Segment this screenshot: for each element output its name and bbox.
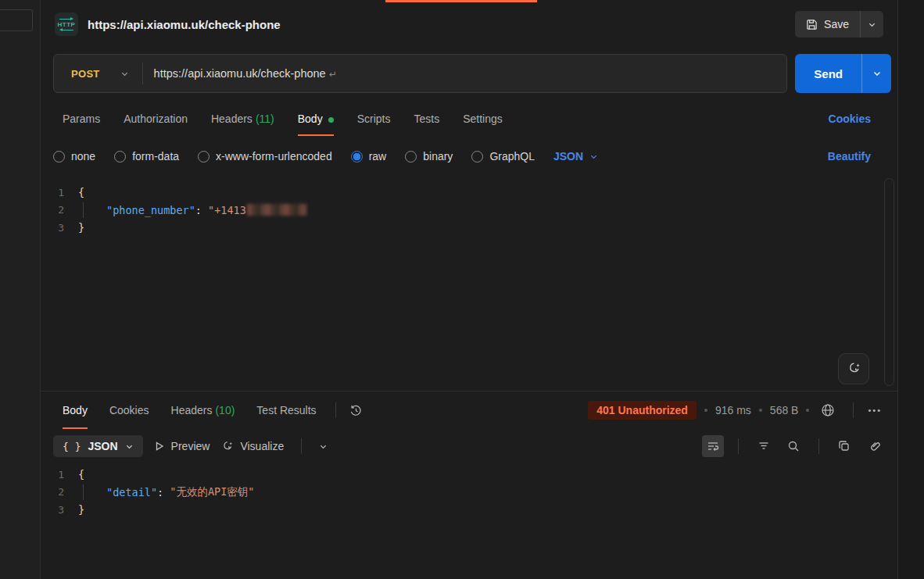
tab-label: Authorization xyxy=(124,113,188,125)
save-button-group: Save xyxy=(795,11,883,38)
filter-icon xyxy=(757,440,770,452)
response-size[interactable]: 568 B xyxy=(770,404,799,416)
radio-urlencoded[interactable]: x-www-form-urlencoded xyxy=(198,150,332,163)
request-url-box: POST https://api.xiaomu.uk/check-phone↵ xyxy=(53,54,787,93)
tab-tests[interactable]: Tests xyxy=(404,105,449,133)
separator-dot xyxy=(806,409,809,412)
copy-icon xyxy=(838,440,851,452)
visualize-label: Visualize xyxy=(240,440,284,452)
body-mode-row: none form-data x-www-form-urlencoded raw… xyxy=(41,139,897,173)
search-icon xyxy=(787,440,800,452)
radio-binary[interactable]: binary xyxy=(405,150,453,163)
cookies-link[interactable]: Cookies xyxy=(829,113,885,125)
radio-raw[interactable]: raw xyxy=(351,150,387,163)
code-text: { xyxy=(78,468,84,481)
radio-label: raw xyxy=(369,150,387,163)
headers-count: (10) xyxy=(215,404,235,416)
chevron-down-icon xyxy=(589,152,598,161)
response-meta: 401 Unauthorized 916 ms 568 B ••• xyxy=(588,399,885,421)
chevron-down-icon xyxy=(872,69,882,78)
return-glyph: ↵ xyxy=(329,69,337,80)
radio-label: none xyxy=(71,150,95,163)
tab-label: Test Results xyxy=(256,404,316,416)
response-tab-body[interactable]: Body xyxy=(53,395,97,426)
code-text: { xyxy=(78,186,84,198)
save-options-caret[interactable] xyxy=(860,11,883,38)
line-number: 3 xyxy=(41,504,78,516)
tab-label: Body xyxy=(298,113,323,125)
json-key: "phone_number" xyxy=(106,204,195,216)
search-button[interactable] xyxy=(783,435,804,457)
tab-settings[interactable]: Settings xyxy=(453,105,512,133)
sidebar-partial-tab[interactable] xyxy=(0,9,33,31)
response-toolbar: { } JSON Preview Visualize xyxy=(41,429,897,463)
send-button[interactable]: Send xyxy=(795,54,861,93)
filter-button[interactable] xyxy=(753,435,775,457)
radio-icon xyxy=(114,151,126,163)
body-content-dot xyxy=(328,117,334,123)
more-options-button[interactable]: ••• xyxy=(868,406,882,415)
left-sidebar-rail xyxy=(0,0,41,579)
tab-label: Params xyxy=(63,113,100,125)
request-url-row: POST https://api.xiaomu.uk/check-phone↵ … xyxy=(41,48,897,98)
indent-guide xyxy=(83,202,106,218)
copy-button[interactable] xyxy=(833,435,855,457)
visualize-button[interactable]: Visualize xyxy=(220,440,284,453)
arrow-left-icon xyxy=(59,28,73,32)
chevron-down-icon[interactable] xyxy=(319,442,328,451)
link-button[interactable] xyxy=(863,435,885,457)
response-tab-headers[interactable]: Headers(10) xyxy=(162,395,245,426)
network-info-button[interactable] xyxy=(817,399,839,421)
divider xyxy=(738,438,739,454)
globe-icon xyxy=(821,403,835,417)
line-number: 3 xyxy=(41,222,78,234)
radio-graphql[interactable]: GraphQL xyxy=(471,150,535,163)
json-key: "detail" xyxy=(106,486,157,499)
tab-authorization[interactable]: Authorization xyxy=(114,105,197,133)
main-panel: HTTP https://api.xiaomu.uk/check-phone S… xyxy=(41,0,897,579)
tab-label: Headers xyxy=(211,113,252,125)
tab-scripts[interactable]: Scripts xyxy=(348,105,400,133)
method-selector[interactable]: POST xyxy=(54,68,142,80)
radio-icon xyxy=(471,151,483,163)
response-format-selector[interactable]: { } JSON xyxy=(53,435,143,457)
request-body-editor[interactable]: 1{ 2"phone_number": "+1413 3} xyxy=(41,173,897,391)
code-line: 3} xyxy=(41,501,897,519)
active-tab-indicator xyxy=(385,0,537,2)
response-tab-cookies[interactable]: Cookies xyxy=(100,395,159,426)
radio-form-data[interactable]: form-data xyxy=(114,150,179,163)
preview-button[interactable]: Preview xyxy=(154,440,210,452)
response-time[interactable]: 916 ms xyxy=(715,404,751,416)
language-selector[interactable]: JSON xyxy=(553,150,598,163)
radio-none[interactable]: none xyxy=(53,150,95,163)
method-label: POST xyxy=(71,68,100,80)
app-window: HTTP https://api.xiaomu.uk/check-phone S… xyxy=(0,0,924,579)
beautify-link[interactable]: Beautify xyxy=(828,150,885,163)
status-badge[interactable]: 401 Unauthorized xyxy=(588,401,697,420)
format-label: JSON xyxy=(88,440,117,452)
code-punctuation: : xyxy=(195,204,208,216)
tab-params[interactable]: Params xyxy=(53,105,109,133)
wrap-text-button[interactable] xyxy=(702,435,724,457)
code-line: 2"detail": "无效的API密钥" xyxy=(41,484,897,502)
code-text: } xyxy=(78,221,84,234)
editor-scrollbar[interactable] xyxy=(884,178,894,386)
send-options-caret[interactable] xyxy=(861,54,891,93)
tab-label: Settings xyxy=(463,113,503,125)
indent-guide xyxy=(83,484,106,500)
tab-headers[interactable]: Headers(11) xyxy=(202,105,284,133)
response-history-button[interactable] xyxy=(346,399,367,421)
wrap-text-icon xyxy=(707,440,719,452)
postbot-button[interactable] xyxy=(838,353,869,384)
url-input[interactable]: https://api.xiaomu.uk/check-phone↵ xyxy=(143,67,787,80)
response-tab-test-results[interactable]: Test Results xyxy=(247,395,325,426)
response-body-viewer[interactable]: 1{ 2"detail": "无效的API密钥" 3} xyxy=(41,463,897,579)
response-tabs: Body Cookies Headers(10) Test Results 40… xyxy=(41,391,897,429)
separator-dot xyxy=(759,409,762,412)
tab-body[interactable]: Body xyxy=(288,105,343,133)
save-button[interactable]: Save xyxy=(795,11,860,38)
link-icon xyxy=(868,440,880,452)
redacted-phone-blur xyxy=(247,204,306,216)
url-text: https://api.xiaomu.uk/check-phone xyxy=(154,67,326,80)
send-button-group: Send xyxy=(795,54,891,93)
